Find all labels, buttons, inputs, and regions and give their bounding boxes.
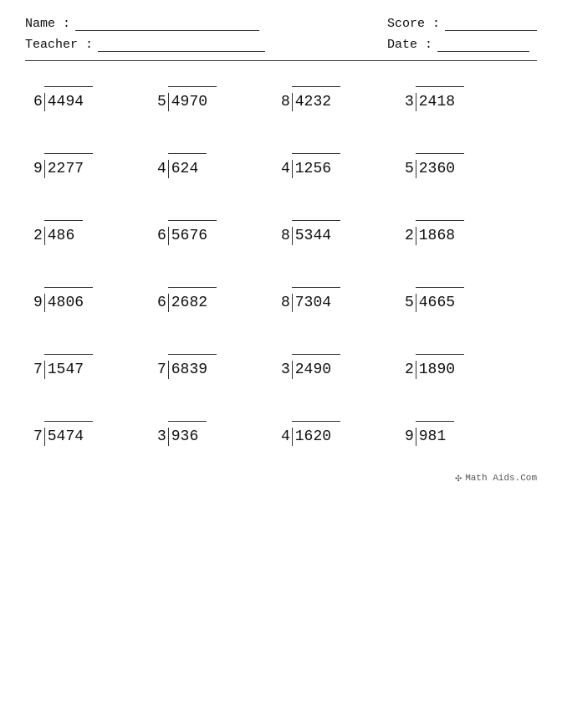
dividend-wrapper: 1868 [416,227,455,245]
division-bracket: 7304 [292,287,340,312]
division-bracket: 4970 [168,86,217,111]
answer-bar [44,287,93,294]
dividend-wrapper: 1256 [292,160,331,178]
dividend: 2490 [292,361,331,379]
problem-7: 5 2360 [405,153,529,178]
answer-bar [168,86,217,93]
score-field [445,18,537,31]
problem-9: 6 5676 [157,220,281,245]
dividend: 981 [416,428,446,446]
dividend: 4494 [44,93,84,111]
division-bracket: 1868 [416,220,464,245]
dividend-wrapper: 4806 [44,294,84,312]
division-bracket: 4806 [44,287,93,312]
answer-bar [44,220,83,227]
dividend: 4806 [44,294,84,312]
problem-15: 5 4665 [405,287,529,312]
problem-4: 9 2277 [33,153,157,178]
dividend: 4665 [416,294,455,312]
division-bracket: 5474 [44,421,93,446]
dividend-wrapper: 2277 [44,160,84,178]
header-right: Score : Date : [387,17,537,52]
dividend: 7304 [292,294,331,312]
divisor: 9 [405,428,414,446]
dividend-wrapper: 981 [416,428,446,446]
divisor: 9 [33,294,43,312]
divisor: 3 [405,93,414,111]
division-bracket: 4665 [416,287,464,312]
date-label: Date : [387,38,432,52]
divisor: 4 [281,428,290,446]
dividend: 5344 [292,227,331,245]
division-bracket: 936 [168,421,207,446]
divisor: 6 [33,93,43,111]
divisor: 4 [157,160,166,178]
answer-bar [168,421,207,428]
dividend: 2360 [416,160,455,178]
division-bracket: 1620 [292,421,340,446]
answer-bar [416,220,464,227]
dividend-wrapper: 6839 [168,361,207,379]
dividend: 486 [44,227,74,245]
answer-bar [168,354,217,361]
divisor: 5 [157,93,166,111]
dividend: 1620 [292,428,331,446]
dividend-wrapper: 5474 [44,428,84,446]
division-bracket: 486 [44,220,83,245]
problem-20: 7 5474 [33,421,157,446]
dividend-wrapper: 7304 [292,294,331,312]
dividend-wrapper: 1890 [416,361,455,379]
answer-bar [168,220,217,227]
dividend: 624 [168,160,198,178]
dividend-wrapper: 5676 [168,227,207,245]
divisor: 5 [405,160,414,178]
dividend: 1868 [416,227,455,245]
divisor: 2 [33,227,43,245]
problem-12: 9 4806 [33,287,157,312]
problem-23: 9 981 [405,421,529,446]
dividend-wrapper: 5344 [292,227,331,245]
dividend: 2277 [44,160,84,178]
division-bracket: 2360 [416,153,464,178]
division-bracket: 1256 [292,153,340,178]
header: Name : Teacher : Score : Date : [25,17,537,61]
answer-bar [416,86,464,93]
divisor: 7 [33,428,43,446]
footer: ✣ Math Aids.Com [25,471,537,484]
divisor: 3 [281,361,290,379]
division-bracket: 1890 [416,354,464,379]
division-bracket: 2418 [416,86,464,111]
date-field [437,38,529,52]
date-line: Date : [387,38,537,52]
problem-5: 4 624 [157,153,281,178]
answer-bar [416,421,454,428]
score-line: Score : [387,17,537,31]
division-bracket: 2490 [292,354,340,379]
answer-bar [292,153,340,160]
problem-2: 8 4232 [281,86,405,111]
answer-bar [44,421,93,428]
teacher-line: Teacher : [25,38,265,52]
answer-bar [292,86,340,93]
brand-icon: ✣ [455,471,462,484]
problem-16: 7 1547 [33,354,157,379]
dividend: 1890 [416,361,455,379]
answer-bar [292,287,340,294]
problem-18: 3 2490 [281,354,405,379]
answer-bar [168,153,207,160]
problem-13: 6 2682 [157,287,281,312]
answer-bar [292,421,340,428]
division-bracket: 2682 [168,287,217,312]
answer-bar [44,153,93,160]
dividend: 5474 [44,428,84,446]
dividend-wrapper: 1620 [292,428,331,446]
problem-22: 4 1620 [281,421,405,446]
name-label: Name : [25,17,70,31]
division-bracket: 4494 [44,86,93,111]
division-bracket: 5676 [168,220,217,245]
problem-0: 6 4494 [33,86,157,111]
dividend-wrapper: 1547 [44,361,84,379]
problem-3: 3 2418 [405,86,529,111]
divisor: 7 [33,361,43,379]
dividend: 6839 [168,361,207,379]
